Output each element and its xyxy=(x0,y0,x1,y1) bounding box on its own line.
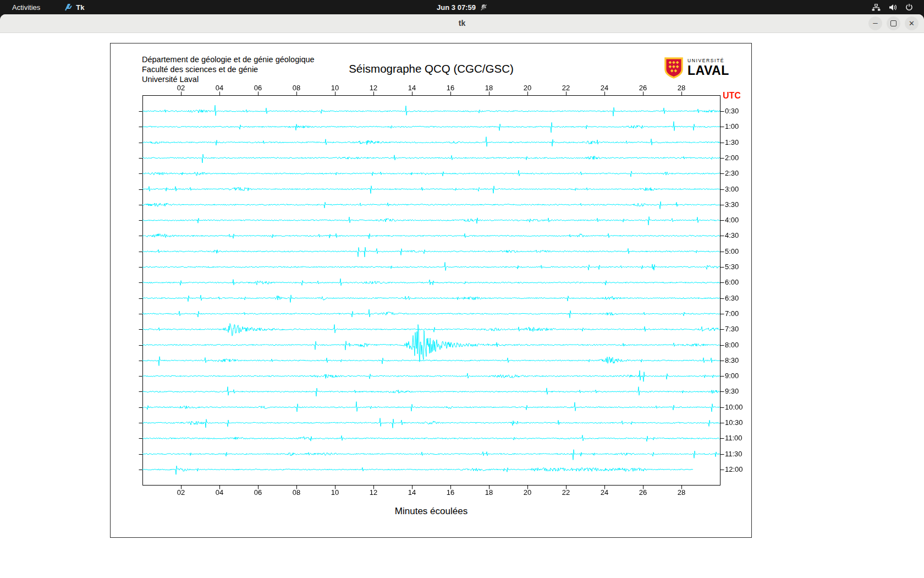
trace-time-label: 8:00 xyxy=(725,341,739,349)
trace-time-label: 7:00 xyxy=(725,309,739,318)
bell-muted-icon xyxy=(480,4,487,11)
logo-text-laval: LAVAL xyxy=(688,64,729,77)
trace-time-label: 3:30 xyxy=(725,200,739,209)
seismograph-panel: Département de géologie et de génie géol… xyxy=(110,43,752,538)
trace-time-label: 10:30 xyxy=(725,418,743,427)
window-titlebar: tk – ✕ xyxy=(0,14,924,33)
x-tick-label-bottom: 18 xyxy=(481,488,497,497)
x-tick-label-top: 04 xyxy=(212,84,227,92)
laval-shield-icon xyxy=(664,57,684,79)
x-tick-label-top: 14 xyxy=(404,84,420,92)
activities-button[interactable]: Activities xyxy=(8,2,45,13)
trace-time-label: 6:30 xyxy=(725,294,739,302)
trace-time-label: 1:00 xyxy=(725,122,739,130)
x-tick-label-bottom: 16 xyxy=(443,488,458,497)
app-menu-label: Tk xyxy=(76,3,84,12)
trace-time-label: 5:30 xyxy=(725,263,739,271)
trace-time-label: 7:30 xyxy=(725,325,739,333)
trace-time-label: 8:30 xyxy=(725,356,739,364)
trace-time-label: 4:30 xyxy=(725,231,739,239)
trace-time-label: 10:00 xyxy=(725,403,743,411)
laval-logo: UNIVERSITÉ LAVAL xyxy=(664,57,729,79)
minimize-button[interactable]: – xyxy=(868,17,882,30)
address-line-3: Université Laval xyxy=(142,74,315,84)
x-tick-label-bottom: 02 xyxy=(173,488,189,497)
trace-time-label: 9:00 xyxy=(725,372,739,380)
x-tick-label-bottom: 28 xyxy=(674,488,689,497)
maximize-icon xyxy=(890,20,897,26)
trace-time-label: 5:00 xyxy=(725,247,739,255)
x-tick-label-top: 24 xyxy=(597,84,612,92)
x-tick-label-top: 10 xyxy=(327,84,343,92)
tk-icon xyxy=(64,3,73,12)
trace-time-label: 2:00 xyxy=(725,154,739,162)
trace-time-label: 3:00 xyxy=(725,185,739,193)
x-tick-label-bottom: 14 xyxy=(404,488,420,497)
app-window: tk – ✕ Département de géologie et de gén… xyxy=(0,14,924,578)
trace-time-label: 11:30 xyxy=(725,450,743,458)
x-tick-label-top: 06 xyxy=(250,84,266,92)
trace-time-label: 9:30 xyxy=(725,387,739,395)
volume-icon xyxy=(889,4,897,11)
clock-button[interactable]: Jun 3 07:59 xyxy=(437,0,487,14)
trace-time-label: 2:30 xyxy=(725,169,739,177)
trace-time-label: 1:30 xyxy=(725,138,739,146)
trace-time-label: 4:00 xyxy=(725,216,739,224)
top-bar: Activities Tk Jun 3 07:59 xyxy=(0,0,924,14)
system-tray[interactable] xyxy=(866,0,919,14)
x-tick-label-top: 12 xyxy=(366,84,381,92)
x-tick-label-top: 20 xyxy=(520,84,535,92)
x-tick-label-bottom: 10 xyxy=(327,488,343,497)
x-tick-label-top: 22 xyxy=(558,84,574,92)
x-tick-label-bottom: 12 xyxy=(366,488,381,497)
x-tick-label-top: 16 xyxy=(443,84,458,92)
minimize-icon: – xyxy=(873,18,877,27)
x-tick-label-bottom: 22 xyxy=(558,488,574,497)
trace-time-label: 0:30 xyxy=(725,107,739,115)
x-tick-label-bottom: 06 xyxy=(250,488,266,497)
x-axis-title: Minutes écoulées xyxy=(142,506,720,517)
trace-time-label: 11:00 xyxy=(725,434,743,442)
clock-label: Jun 3 07:59 xyxy=(437,3,476,12)
power-icon xyxy=(905,3,913,11)
x-tick-label-top: 28 xyxy=(674,84,689,92)
page-title: Séismographe QCQ (CGC/GSC) xyxy=(142,62,720,75)
utc-label: UTC xyxy=(723,91,741,101)
trace-time-label: 6:00 xyxy=(725,278,739,286)
close-button[interactable]: ✕ xyxy=(905,17,919,30)
x-tick-label-bottom: 04 xyxy=(212,488,227,497)
window-title: tk xyxy=(0,14,924,32)
trace-time-label: 12:00 xyxy=(725,465,743,473)
x-tick-label-bottom: 26 xyxy=(635,488,651,497)
x-tick-label-top: 26 xyxy=(635,84,651,92)
app-menu[interactable]: Tk xyxy=(60,2,89,13)
close-icon: ✕ xyxy=(909,19,915,28)
seismogram-canvas xyxy=(138,91,724,489)
x-tick-label-top: 08 xyxy=(289,84,304,92)
x-tick-label-bottom: 20 xyxy=(520,488,535,497)
x-tick-label-bottom: 08 xyxy=(289,488,304,497)
x-tick-label-bottom: 24 xyxy=(597,488,612,497)
network-icon xyxy=(872,4,881,11)
x-tick-label-top: 18 xyxy=(481,84,497,92)
maximize-button[interactable] xyxy=(887,17,900,30)
logo-text-universite: UNIVERSITÉ xyxy=(688,58,729,63)
x-tick-label-top: 02 xyxy=(173,84,189,92)
